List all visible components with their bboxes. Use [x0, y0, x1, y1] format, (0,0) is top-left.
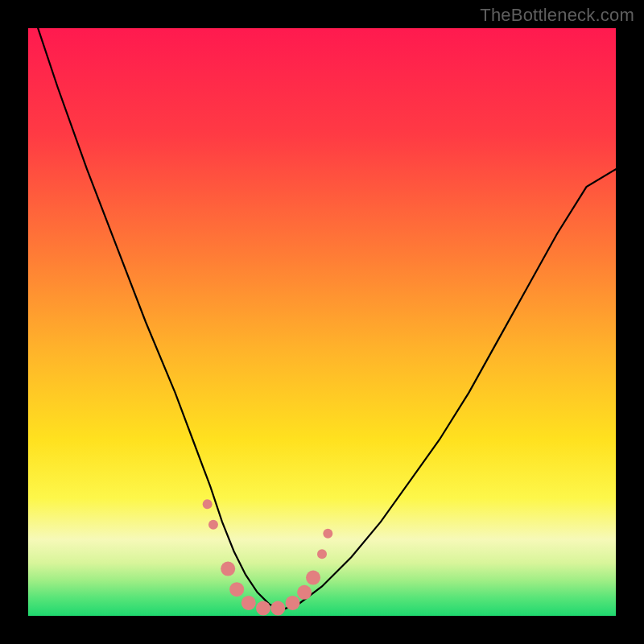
highlight-dot	[286, 596, 300, 610]
bottleneck-curve	[28, 28, 616, 610]
watermark-text: TheBottleneck.com	[480, 5, 634, 26]
plot-area	[28, 28, 616, 616]
chart-frame: TheBottleneck.com	[0, 0, 644, 644]
highlight-dot	[317, 549, 327, 559]
highlight-dot	[229, 582, 244, 597]
highlight-dot	[208, 520, 218, 530]
highlight-dot	[270, 601, 285, 616]
highlight-dot	[221, 562, 235, 576]
highlight-dot	[256, 601, 270, 616]
highlight-markers	[203, 499, 333, 615]
highlight-dot	[306, 571, 320, 585]
highlight-dot	[323, 529, 332, 539]
curve-layer	[28, 28, 616, 616]
highlight-dot	[203, 499, 213, 509]
highlight-dot	[297, 585, 312, 600]
highlight-dot	[242, 596, 256, 610]
